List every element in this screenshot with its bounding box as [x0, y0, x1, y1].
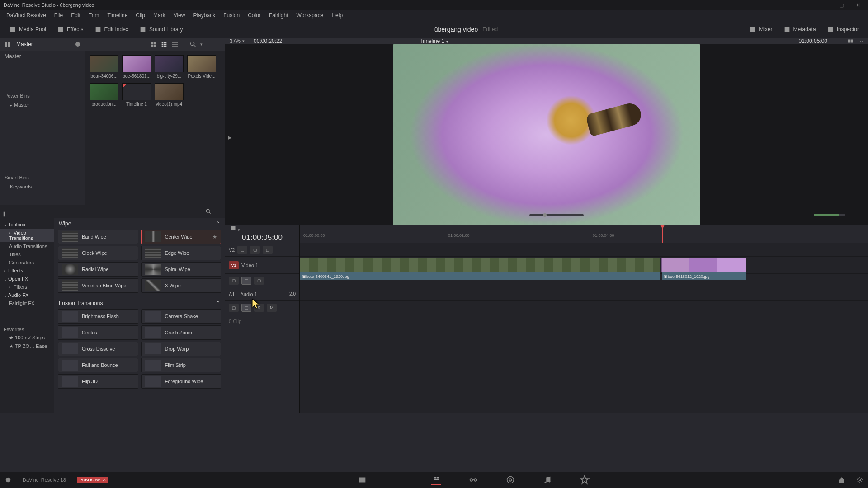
wipe-category[interactable]: Wipe⌃ — [54, 218, 225, 230]
viewer-canvas[interactable]: ▶| — [225, 44, 868, 225]
settings-gear-icon[interactable] — [856, 476, 863, 483]
track-v1-controls[interactable]: ▢ ▢ ▢ — [225, 274, 299, 287]
lane-v2[interactable] — [300, 243, 868, 257]
mute-icon[interactable]: M — [267, 304, 277, 312]
menu-timeline[interactable]: Timeline — [104, 11, 131, 19]
lock-track-icon[interactable]: ▢ — [241, 277, 251, 285]
menu-help[interactable]: Help — [328, 11, 346, 19]
sync-icon[interactable] — [836, 38, 843, 44]
lane-v1[interactable]: ▣ bear-3400641_1920.jpg ▣ bee-5618012_19… — [300, 257, 868, 274]
more-icon[interactable]: ⋯ — [217, 42, 222, 47]
fav-100mv[interactable]: ★ 100mV Steps — [0, 333, 54, 342]
menu-playback[interactable]: Playback — [189, 11, 219, 19]
clip-bee[interactable]: bee-561801... — [122, 55, 151, 79]
clip-prod[interactable]: production... — [90, 83, 118, 107]
generators-node[interactable]: Generators — [0, 258, 54, 267]
track-a1-controls[interactable]: ▢ ▢ S M — [225, 301, 299, 314]
clip-vid[interactable]: video(1).mp4 — [155, 83, 184, 107]
wipe-x-wipe[interactable]: X Wipe — [141, 278, 222, 293]
chevron-down-icon[interactable]: ▾ — [242, 39, 245, 43]
track-a1-header[interactable]: A1 Audio 1 2.0 — [225, 287, 299, 301]
media-page-icon[interactable] — [357, 475, 367, 485]
minimize-button[interactable]: ─ — [819, 1, 832, 9]
favorites-header[interactable]: Favorites — [0, 325, 54, 333]
clip-bear[interactable]: ▣ bear-3400641_1920.jpg — [300, 258, 660, 272]
list-view-icon[interactable] — [171, 41, 179, 48]
audiofx-node[interactable]: ⌄Audio FX — [0, 291, 54, 299]
bin-master[interactable]: Master — [0, 51, 85, 62]
clip-bear[interactable]: bear-34006... — [90, 55, 118, 79]
fusion-brightness-flash[interactable]: Brightness Flash — [58, 309, 138, 324]
search-icon[interactable] — [189, 41, 197, 48]
bins-header[interactable]: Master — [0, 38, 85, 51]
audio-transitions-node[interactable]: Audio Transitions — [0, 242, 54, 250]
favorite-star-icon[interactable]: ★ — [212, 234, 217, 240]
fairlight-page-icon[interactable] — [542, 475, 552, 485]
home-icon[interactable] — [838, 476, 845, 483]
disable-track-icon[interactable]: ▢ — [254, 277, 264, 285]
ws-sound[interactable]: Sound Library — [134, 24, 189, 35]
menu-fairlight[interactable]: Fairlight — [265, 11, 292, 19]
menu-mark[interactable]: Mark — [150, 11, 169, 19]
color-page-icon[interactable] — [505, 475, 515, 485]
solo-icon[interactable]: S — [254, 304, 264, 312]
deliver-page-icon[interactable] — [580, 475, 590, 485]
fusion-cross-dissolve[interactable]: Cross Dissolve — [58, 342, 138, 356]
openfx-node[interactable]: ⌄Open FX — [0, 275, 54, 283]
wipe-radial-wipe[interactable]: Radial Wipe — [58, 262, 138, 277]
menu-edit[interactable]: Edit — [67, 11, 84, 19]
step-forward-icon[interactable]: ▶| — [228, 135, 233, 141]
menu-color[interactable]: Color — [244, 11, 264, 19]
menu-trim[interactable]: Trim — [85, 11, 103, 19]
titles-node[interactable]: Titles — [0, 250, 54, 258]
chevron-down-icon[interactable]: ▾ — [200, 42, 203, 47]
maximize-button[interactable]: ▢ — [835, 1, 848, 9]
lock-track-icon[interactable]: ▢ — [241, 304, 251, 312]
timeline-ruler[interactable]: 01:00:00:00 01:00:02:00 01:00:04:00 — [300, 225, 868, 243]
sort-icon[interactable] — [206, 41, 213, 48]
timeline-lanes[interactable]: ▣ bear-3400641_1920.jpg ▣ bee-5618012_19… — [300, 243, 868, 413]
grid-view-icon[interactable] — [150, 41, 157, 48]
clip-city[interactable]: big-city-29... — [155, 55, 184, 79]
ws-metadata[interactable]: Metadata — [778, 24, 821, 35]
ws-inspector[interactable]: Inspector — [821, 24, 864, 35]
fusion-crash-zoom[interactable]: Crash Zoom — [141, 325, 222, 340]
menu-fusion[interactable]: Fusion — [220, 11, 243, 19]
cut-page-icon[interactable] — [394, 475, 404, 485]
fusion-fall-and-bounce[interactable]: Fall and Bounce — [58, 358, 138, 372]
ws-mixer[interactable]: Mixer — [744, 24, 778, 35]
fusion-flip-3d[interactable]: Flip 3D — [58, 374, 138, 389]
home-small-icon[interactable] — [5, 476, 12, 483]
menu-view[interactable]: View — [170, 11, 189, 19]
disable-track-icon[interactable]: ▢ — [263, 246, 273, 254]
collapse-icon[interactable]: ⌃ — [216, 221, 220, 227]
viewer-more-icon[interactable]: ⋯ — [858, 38, 863, 44]
wipe-venetian-blind-wipe[interactable]: Venetian Blind Wipe — [58, 278, 138, 293]
menu-clip[interactable]: Clip — [132, 11, 149, 19]
lane-v1-sub[interactable] — [300, 274, 868, 287]
wipe-band-wipe[interactable]: Band Wipe — [58, 230, 138, 244]
close-button[interactable]: ✕ — [852, 1, 864, 9]
viewer-mode-icon[interactable] — [230, 225, 236, 231]
effects-node[interactable]: ›Effects — [0, 267, 54, 275]
fx-more-icon[interactable]: ⋯ — [216, 209, 221, 215]
wipe-edge-wipe[interactable]: Edge Wipe — [141, 246, 222, 260]
power-bin-master[interactable]: Master — [0, 100, 85, 109]
wipe-center-wipe[interactable]: Center Wipe★ — [141, 230, 222, 244]
fusion-camera-shake[interactable]: Camera Shake — [141, 309, 222, 324]
menu-davinci-resolve[interactable]: DaVinci Resolve — [3, 11, 50, 19]
fusion-film-strip[interactable]: Film Strip — [141, 358, 222, 372]
track-v1-header[interactable]: V1 Video 1 — [225, 257, 299, 274]
volume-slider[interactable] — [814, 214, 845, 216]
video-transitions-node[interactable]: ›Video Transitions — [0, 229, 54, 242]
smart-bins-header[interactable]: Smart Bins — [0, 171, 85, 182]
thumb-view-icon[interactable] — [160, 41, 168, 48]
collapse-icon[interactable]: ⌃ — [216, 300, 220, 306]
zoom-slider[interactable] — [529, 214, 584, 216]
fusion-drop-warp[interactable]: Drop Warp — [141, 342, 222, 356]
edit-page-icon[interactable] — [431, 475, 441, 485]
auto-select-icon[interactable]: ▢ — [237, 246, 247, 254]
lock-track-icon[interactable]: ▢ — [250, 246, 260, 254]
smart-bin-keywords[interactable]: Keywords — [0, 182, 85, 191]
toolbox-node[interactable]: ⌄Toolbox — [0, 221, 54, 229]
